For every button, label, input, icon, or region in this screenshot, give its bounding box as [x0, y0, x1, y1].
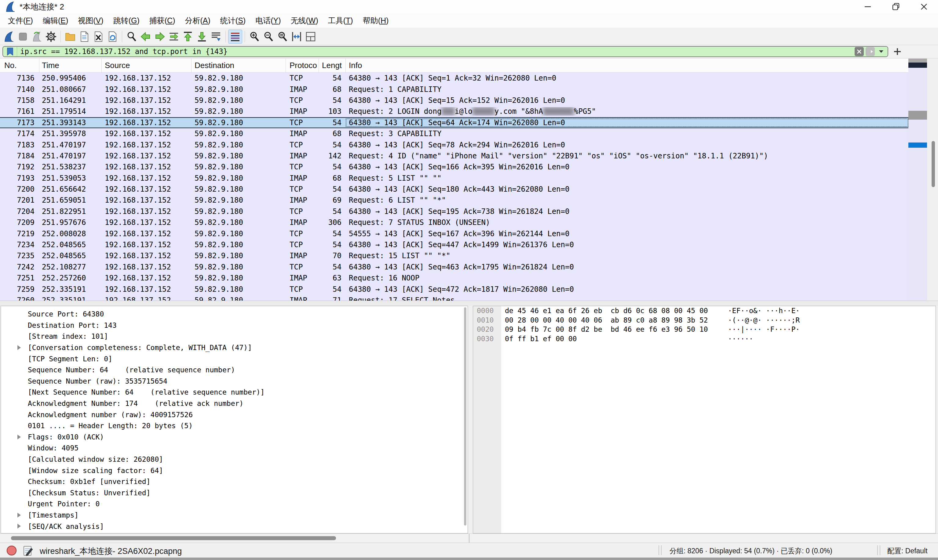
- hex-row[interactable]: 0020 09 b4 fb 7c 00 8f d2 be bd 46 ee f6…: [473, 325, 936, 334]
- close-button[interactable]: [910, 0, 938, 14]
- column-header[interactable]: No.: [0, 58, 39, 72]
- menu-item[interactable]: 工具(T): [323, 14, 358, 28]
- menu-item[interactable]: 文件(F): [3, 14, 38, 28]
- zoom-out-icon[interactable]: [261, 29, 276, 44]
- packet-row[interactable]: 7174 251.395978 192.168.137.152 59.82.9.…: [0, 128, 909, 139]
- intelligent-scrollbar-minimap[interactable]: [909, 58, 927, 301]
- menu-item[interactable]: 帮助(H): [358, 14, 394, 28]
- column-header[interactable]: Source: [102, 58, 191, 72]
- packet-row[interactable]: 7259 252.335191 192.168.137.152 59.82.9.…: [0, 283, 909, 294]
- profile-selector[interactable]: 配置: Default: [887, 546, 927, 556]
- menu-item[interactable]: 跳转(G): [108, 14, 145, 28]
- expand-chevron-icon[interactable]: [17, 345, 21, 350]
- expand-chevron-icon[interactable]: [17, 435, 21, 440]
- packet-row[interactable]: 7136 250.995406 192.168.137.152 59.82.9.…: [0, 72, 909, 84]
- packet-row[interactable]: 7192 251.538237 192.168.137.152 59.82.9.…: [0, 162, 909, 172]
- find-packet-icon[interactable]: [125, 29, 139, 44]
- hex-row[interactable]: 0030 0f ff b1 ef 00 00 ······: [473, 334, 936, 344]
- go-to-packet-icon[interactable]: [167, 29, 181, 44]
- packet-row[interactable]: 7140 251.080667 192.168.137.152 59.82.9.…: [0, 84, 909, 95]
- clear-filter-icon[interactable]: [855, 47, 864, 56]
- detail-tree-line[interactable]: Checksum: 0xb1ef [unverified]: [1, 476, 467, 488]
- menu-item[interactable]: 统计(S): [215, 14, 250, 28]
- detail-tree-line[interactable]: [SEQ/ACK analysis]: [1, 521, 467, 532]
- packet-row[interactable]: 7158 251.164291 192.168.137.152 59.82.9.…: [0, 95, 909, 106]
- menu-item[interactable]: 编辑(E): [38, 14, 73, 28]
- start-capture-icon[interactable]: [2, 29, 16, 44]
- restart-capture-icon[interactable]: [30, 29, 44, 44]
- capture-options-icon[interactable]: [44, 29, 58, 44]
- detail-pane-hscrollbar-thumb[interactable]: [11, 536, 336, 540]
- display-filter-input[interactable]: [17, 47, 855, 57]
- packet-row[interactable]: 7235 252.048565 192.168.137.152 59.82.9.…: [0, 250, 909, 261]
- expand-chevron-icon[interactable]: [17, 524, 21, 529]
- packet-row[interactable]: 7234 252.048565 192.168.137.152 59.82.9.…: [0, 239, 909, 250]
- open-file-icon[interactable]: [63, 29, 77, 44]
- packet-list-scrollbar-thumb[interactable]: [932, 141, 935, 187]
- bookmark-icon[interactable]: [3, 47, 17, 57]
- menu-item[interactable]: 视图(V): [73, 14, 108, 28]
- expert-info-icon[interactable]: [6, 545, 17, 556]
- column-header[interactable]: Protoco: [286, 58, 319, 72]
- detail-tree-line[interactable]: 0101 .... = Header Length: 20 bytes (5): [1, 420, 467, 432]
- detail-tree-line[interactable]: [Conversation completeness: Complete, WI…: [1, 342, 467, 353]
- packet-list-scrollbar[interactable]: [927, 58, 938, 301]
- detail-pane-scrollbar-thumb[interactable]: [464, 307, 466, 526]
- menu-item[interactable]: 捕获(C): [145, 14, 180, 28]
- packet-row[interactable]: 7260 252.335191 192.168.137.152 59.82.9.…: [0, 295, 909, 301]
- packet-row[interactable]: 7183 251.470197 192.168.137.152 59.82.9.…: [0, 139, 909, 150]
- menu-item[interactable]: 电话(Y): [250, 14, 285, 28]
- reload-file-icon[interactable]: [105, 29, 119, 44]
- detail-tree-line[interactable]: Sequence Number: 64 (relative sequence n…: [1, 365, 467, 376]
- detail-tree-line[interactable]: Sequence Number (raw): 3535715654: [1, 376, 467, 387]
- detail-tree-line[interactable]: [Next Sequence Number: 64 (relative sequ…: [1, 387, 467, 398]
- column-header[interactable]: Lengt: [319, 58, 346, 72]
- detail-tree-line[interactable]: Urgent Pointer: 0: [1, 498, 467, 510]
- detail-tree-line[interactable]: Acknowledgment number (raw): 4009157526: [1, 409, 467, 420]
- menu-item[interactable]: 分析(A): [180, 14, 215, 28]
- stop-capture-icon[interactable]: [16, 29, 30, 44]
- detail-tree-line[interactable]: [TCP Segment Len: 0]: [1, 353, 467, 365]
- colorize-packets-icon[interactable]: [228, 29, 242, 44]
- layout-options-icon[interactable]: [304, 29, 318, 44]
- detail-tree-line[interactable]: Flags: 0x010 (ACK): [1, 432, 467, 443]
- packet-row[interactable]: 7200 251.656642 192.168.137.152 59.82.9.…: [0, 184, 909, 195]
- resize-columns-icon[interactable]: [290, 29, 304, 44]
- filter-dropdown-caret-icon[interactable]: [876, 47, 886, 56]
- column-header[interactable]: Info: [346, 58, 909, 72]
- packet-row[interactable]: 7242 252.108277 192.168.137.152 59.82.9.…: [0, 262, 909, 272]
- add-filter-button[interactable]: [888, 48, 907, 55]
- packet-row[interactable]: 7219 252.008028 192.168.137.152 59.82.9.…: [0, 228, 909, 239]
- save-file-icon[interactable]: [77, 29, 91, 44]
- packet-row[interactable]: 7201 251.659051 192.168.137.152 59.82.9.…: [0, 195, 909, 206]
- restore-button[interactable]: [882, 0, 910, 14]
- column-header[interactable]: Destination: [191, 58, 286, 72]
- detail-tree-line[interactable]: [Timestamps]: [1, 510, 467, 521]
- detail-tree-line[interactable]: [Window size scaling factor: 64]: [1, 465, 467, 476]
- go-to-bottom-icon[interactable]: [195, 29, 209, 44]
- detail-pane-hscrollbar[interactable]: [0, 534, 938, 543]
- packet-row[interactable]: 7161 251.179514 192.168.137.152 59.82.9.…: [0, 106, 909, 117]
- auto-scroll-icon[interactable]: [209, 29, 223, 44]
- capture-comment-icon[interactable]: [22, 545, 34, 557]
- packet-row[interactable]: 7173 251.393143 192.168.137.152 59.82.9.…: [0, 117, 909, 128]
- hex-row[interactable]: 0010 00 28 00 00 40 00 40 06 ab 89 c0 a8…: [473, 315, 936, 325]
- detail-tree-line[interactable]: Source Port: 64380: [1, 309, 467, 320]
- detail-tree-line[interactable]: [Checksum Status: Unverified]: [1, 488, 467, 498]
- zoom-in-icon[interactable]: [247, 29, 261, 44]
- packet-row[interactable]: 7193 251.539053 192.168.137.152 59.82.9.…: [0, 173, 909, 184]
- go-back-icon[interactable]: [139, 29, 153, 44]
- close-file-icon[interactable]: [91, 29, 105, 44]
- apply-filter-icon[interactable]: [865, 47, 875, 56]
- zoom-reset-icon[interactable]: [276, 29, 290, 44]
- expand-chevron-icon[interactable]: [17, 513, 21, 518]
- menu-item[interactable]: 无线(W): [285, 14, 323, 28]
- detail-tree-line[interactable]: [Calculated window size: 262080]: [1, 454, 467, 465]
- horizontal-splitter[interactable]: [0, 301, 938, 306]
- minimize-button[interactable]: [854, 0, 882, 14]
- detail-tree-line[interactable]: Destination Port: 143: [1, 320, 467, 331]
- go-to-top-icon[interactable]: [181, 29, 195, 44]
- go-forward-icon[interactable]: [153, 29, 167, 44]
- packet-row[interactable]: 7204 251.822951 192.168.137.152 59.82.9.…: [0, 206, 909, 217]
- detail-tree-line[interactable]: Acknowledgment Number: 174 (relative ack…: [1, 398, 467, 409]
